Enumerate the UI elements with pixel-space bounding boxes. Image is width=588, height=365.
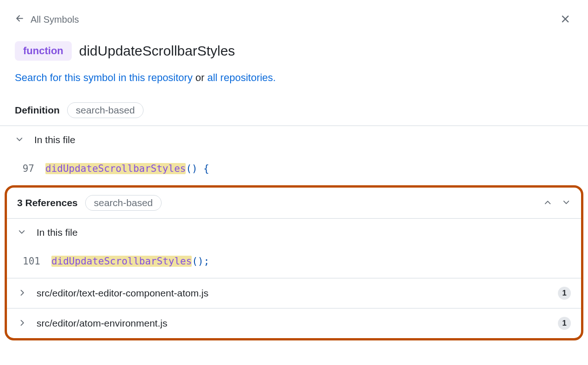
code-content: didUpdateScrollbarStyles() { (45, 163, 209, 174)
references-nav (543, 198, 571, 208)
definition-code-line[interactable]: 97 didUpdateScrollbarStyles() { (0, 154, 588, 185)
reference-path: src/editor/text-editor-component-atom.js (37, 288, 208, 299)
symbol-name: didUpdateScrollbarStyles (79, 43, 235, 59)
chevron-down-icon (15, 135, 24, 145)
back-to-symbols[interactable]: All Symbols (15, 13, 79, 26)
definition-badge: search-based (67, 102, 144, 118)
reference-count: 1 (558, 317, 571, 330)
reference-file-label: In this file (37, 227, 78, 238)
references-title: 3 References (17, 197, 78, 208)
reference-code-line[interactable]: 101 didUpdateScrollbarStyles(); (7, 246, 581, 278)
reference-path: src/editor/atom-environment.js (37, 318, 167, 329)
reference-file-item[interactable]: src/editor/atom-environment.js 1 (7, 308, 581, 338)
search-links: Search for this symbol in this repositor… (0, 66, 588, 99)
definition-file-label: In this file (34, 134, 75, 145)
chevron-right-icon (17, 318, 26, 329)
symbol-title: function didUpdateScrollbarStyles (0, 32, 588, 66)
reference-in-file-row[interactable]: In this file (7, 219, 581, 246)
chevron-right-icon (17, 288, 26, 299)
definition-file-row[interactable]: In this file (0, 126, 588, 154)
line-number: 97 (20, 163, 34, 174)
references-highlight: 3 References search-based In this file (5, 185, 583, 340)
reference-file-item[interactable]: src/editor/text-editor-component-atom.js… (7, 278, 581, 308)
close-button[interactable] (557, 11, 573, 28)
reference-count: 1 (558, 287, 571, 300)
close-icon (559, 19, 571, 26)
line-number: 101 (23, 256, 40, 267)
panel-header: All Symbols (0, 0, 588, 32)
back-label: All Symbols (31, 14, 79, 25)
search-all-link[interactable]: all repositories. (207, 72, 276, 83)
chevron-down-icon (17, 227, 26, 238)
or-text: or (193, 72, 207, 83)
arrow-left-icon (15, 13, 25, 26)
references-badge: search-based (85, 195, 162, 211)
search-repo-link[interactable]: Search for this symbol in this repositor… (15, 72, 193, 83)
references-header: 3 References search-based (7, 188, 581, 219)
definition-title: Definition (15, 105, 60, 116)
definition-header: Definition search-based (0, 99, 588, 126)
chevron-down-icon[interactable] (562, 198, 571, 208)
chevron-up-icon[interactable] (543, 198, 552, 208)
code-content: didUpdateScrollbarStyles(); (51, 256, 209, 267)
symbol-type-badge: function (15, 41, 72, 61)
